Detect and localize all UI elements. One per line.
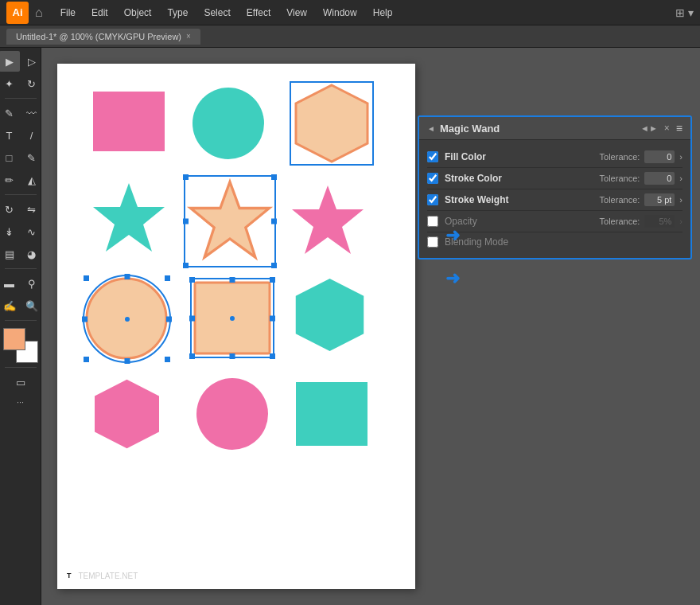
artboard-tool[interactable]: ▭ <box>10 372 31 392</box>
menu-file[interactable]: File <box>52 2 84 23</box>
menu-help[interactable]: Help <box>365 2 401 23</box>
menu-object[interactable]: Object <box>116 2 160 23</box>
menu-window[interactable]: Window <box>315 2 365 23</box>
panel-row-blending-mode: Blending Mode <box>427 232 682 252</box>
menu-effect[interactable]: Effect <box>239 2 278 23</box>
column-graph-tool[interactable]: ▤ <box>0 244 20 264</box>
hand-tool[interactable]: ✍ <box>0 295 20 316</box>
stroke-weight-tolerance-label: Tolerance: <box>600 195 640 205</box>
scale-tool[interactable]: ↡ <box>0 221 20 242</box>
fill-tolerance-expand[interactable]: › <box>679 152 682 162</box>
peach-star-selected[interactable] <box>186 178 274 265</box>
panel-close-button[interactable]: × <box>664 123 670 134</box>
teal-star[interactable] <box>89 179 169 259</box>
magic-wand-tool[interactable]: ✦ <box>0 73 20 94</box>
panel-title-label: Magic Wand <box>440 123 500 135</box>
panel-menu-icon[interactable]: ≡ <box>676 122 682 135</box>
teal-hexagon-2[interactable] <box>292 277 368 353</box>
pink-hexagon[interactable] <box>89 378 165 450</box>
watermark: T TEMPLATE.NET <box>64 570 138 581</box>
menu-type[interactable]: Type <box>159 2 196 23</box>
foreground-color-swatch[interactable] <box>3 328 25 350</box>
home-icon[interactable]: ⌂ <box>35 6 43 20</box>
opacity-label: Opacity <box>445 216 600 227</box>
color-swatch-area <box>3 328 38 363</box>
type-tool[interactable]: T <box>0 125 20 146</box>
opacity-tolerance-input[interactable] <box>644 215 675 228</box>
tool-divider-4 <box>5 320 37 321</box>
menu-view[interactable]: View <box>278 2 315 23</box>
stroke-weight-label: Stroke Weight <box>445 194 600 205</box>
blue-arrow-stroke-weight: ➜ <box>445 268 460 289</box>
tool-group-zoom: ✍ 🔍 <box>0 295 42 316</box>
panel-row-stroke-color: Stroke Color Tolerance: › <box>427 168 682 189</box>
direct-selection-tool[interactable]: ▷ <box>21 51 42 72</box>
fill-tolerance-input[interactable] <box>644 150 675 163</box>
peach-rect-selected[interactable] <box>192 280 272 356</box>
svg-marker-0 <box>296 85 368 162</box>
peach-circle-selected[interactable] <box>85 277 169 361</box>
pink-rectangle[interactable] <box>93 92 165 151</box>
reflect-tool[interactable]: ⇋ <box>21 199 42 220</box>
menu-select[interactable]: Select <box>196 2 238 23</box>
svg-marker-3 <box>292 185 364 254</box>
tool-group-magic: ✦ ↻ <box>0 73 42 94</box>
more-tools-button[interactable]: ··· <box>17 397 24 407</box>
opacity-checkbox[interactable] <box>427 216 438 227</box>
stroke-weight-tolerance-expand[interactable]: › <box>679 195 682 205</box>
document-canvas: T TEMPLATE.NET <box>57 64 415 589</box>
lasso-tool[interactable]: ↻ <box>21 73 42 94</box>
panel-body: Fill Color Tolerance: › Stroke Color Tol… <box>419 140 690 258</box>
stroke-weight-tolerance-input[interactable] <box>644 193 675 206</box>
peach-hexagon-1[interactable] <box>292 84 371 163</box>
panel-row-fill-color: Fill Color Tolerance: › <box>427 146 682 168</box>
pink-circle-2[interactable] <box>196 378 268 450</box>
ai-logo: Ai <box>6 2 29 24</box>
fill-color-checkbox[interactable] <box>427 151 438 162</box>
stroke-color-tolerance-input[interactable] <box>644 172 675 185</box>
blending-mode-label: Blending Mode <box>445 236 682 248</box>
canvas-area: T TEMPLATE.NET ◄ Magic Wand ◄► × ≡ <box>41 48 700 605</box>
panel-collapse-arrow[interactable]: ◄ <box>427 124 435 133</box>
stroke-color-checkbox[interactable] <box>427 173 438 184</box>
svg-marker-2 <box>191 182 270 258</box>
blending-mode-checkbox[interactable] <box>427 236 438 248</box>
tool-divider-2 <box>5 194 37 195</box>
fill-tolerance-label: Tolerance: <box>600 152 640 162</box>
pink-star[interactable] <box>288 182 368 261</box>
paintbrush-tool[interactable]: ✎ <box>21 147 42 168</box>
tab-bar: Untitled-1* @ 100% (CMYK/GPU Preview) × <box>0 25 700 48</box>
rectangle-tool[interactable]: □ <box>0 147 20 168</box>
menu-bar: Ai ⌂ File Edit Object Type Select Effect… <box>0 0 700 25</box>
stroke-color-tolerance-label: Tolerance: <box>600 174 640 183</box>
menu-edit[interactable]: Edit <box>84 2 116 23</box>
fill-color-tolerance: Tolerance: › <box>600 150 682 163</box>
workspace-grid-icon[interactable]: ⊞ ▾ <box>675 6 694 19</box>
zoom-tool[interactable]: 🔍 <box>21 295 42 316</box>
tool-divider-5 <box>5 367 37 368</box>
teal-circle[interactable] <box>192 88 264 159</box>
teal-rectangle-2[interactable] <box>296 382 368 446</box>
stroke-weight-checkbox[interactable] <box>427 194 438 205</box>
gradient-tool[interactable]: ▬ <box>0 273 20 294</box>
warp-tool[interactable]: ∿ <box>21 221 42 242</box>
selection-tool[interactable]: ▶ <box>0 51 20 72</box>
eraser-tool[interactable]: ◭ <box>21 170 42 190</box>
stroke-weight-tolerance: Tolerance: › <box>600 193 682 206</box>
tab-close-button[interactable]: × <box>186 32 191 41</box>
pencil-tool[interactable]: ✏ <box>0 170 20 190</box>
rotate-tool[interactable]: ↻ <box>0 199 20 220</box>
pie-chart-tool[interactable]: ◕ <box>21 244 42 264</box>
stroke-color-tolerance-expand[interactable]: › <box>679 174 682 183</box>
watermark-logo: T <box>64 570 75 581</box>
tool-group-text: T / <box>0 125 42 146</box>
left-toolbar: ▶ ▷ ✦ ↻ ✎ 〰 T / □ ✎ ✏ ◭ ↻ ⇋ ↡ <box>0 48 41 605</box>
panel-row-stroke-weight: Stroke Weight Tolerance: › <box>427 189 682 211</box>
panel-pin-icon[interactable]: ◄► <box>640 123 658 133</box>
pen-tool[interactable]: ✎ <box>0 103 20 123</box>
eyedropper-tool[interactable]: ⚲ <box>21 273 42 294</box>
document-tab[interactable]: Untitled-1* @ 100% (CMYK/GPU Preview) × <box>6 29 200 45</box>
tool-group-rotate: ↻ ⇋ <box>0 199 42 220</box>
line-tool[interactable]: / <box>21 125 42 146</box>
curvature-tool[interactable]: 〰 <box>21 103 42 123</box>
